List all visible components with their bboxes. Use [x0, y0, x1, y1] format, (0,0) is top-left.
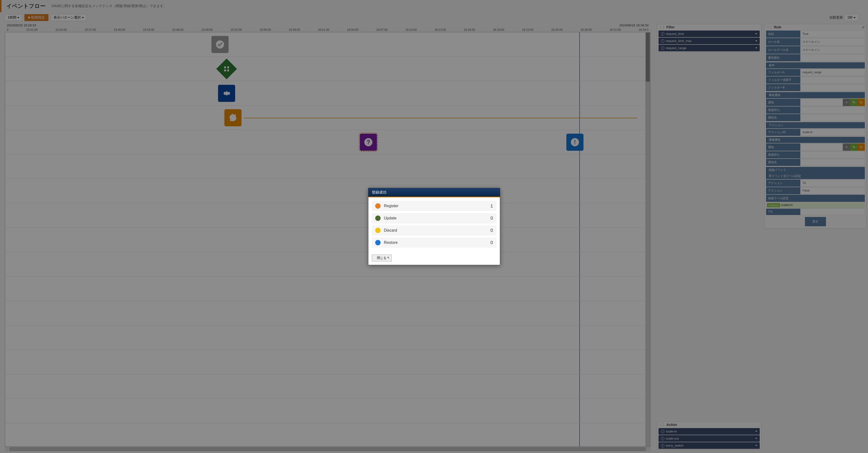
close-button[interactable]: 閉じる↖	[372, 255, 392, 261]
status-dot	[375, 240, 380, 245]
result-value: 0	[490, 216, 493, 221]
result-label: Discard	[384, 228, 397, 233]
result-row: Register1	[372, 201, 496, 211]
modal-title: 登録成功	[368, 188, 500, 197]
modal-overlay: 登録成功 Register1Update0Discard0Restore0 閉じ…	[0, 0, 868, 453]
cursor-icon: ↖	[387, 256, 390, 259]
result-label: Restore	[384, 240, 398, 245]
result-label: Update	[384, 216, 397, 220]
status-dot	[375, 228, 380, 233]
result-label: Register	[384, 204, 399, 208]
result-row: Update0	[372, 213, 496, 223]
result-value: 0	[490, 240, 493, 245]
status-dot	[375, 216, 380, 221]
result-value: 0	[490, 228, 493, 233]
status-dot	[375, 203, 380, 209]
success-modal: 登録成功 Register1Update0Discard0Restore0 閉じ…	[368, 188, 500, 265]
result-row: Restore0	[372, 237, 496, 248]
result-value: 1	[490, 203, 493, 209]
result-row: Discard0	[372, 225, 496, 235]
